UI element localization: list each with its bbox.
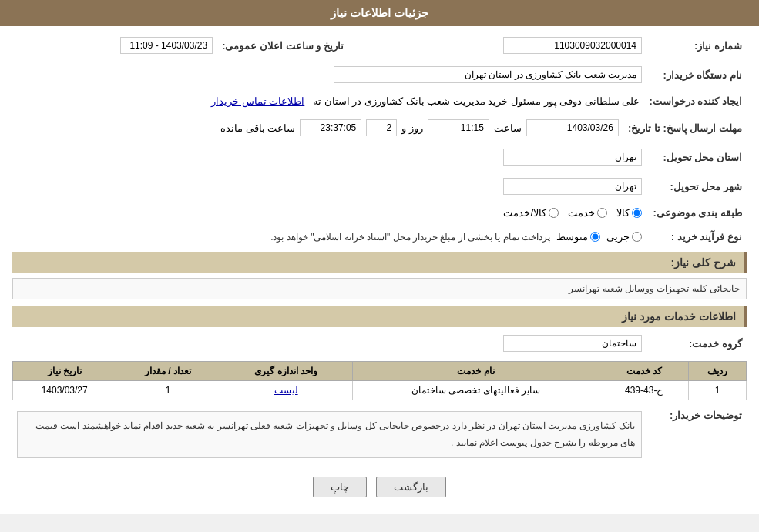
info-table-city: شهر محل تحویل: (12, 175, 747, 198)
buttons-row: بازگشت چاپ (12, 477, 747, 497)
print-button[interactable]: چاپ (313, 477, 367, 497)
announcement-date-value (12, 34, 217, 57)
cell-row-num: 1 (689, 381, 747, 400)
buyer-org-value (12, 63, 646, 86)
reply-time-label: ساعت (494, 122, 522, 134)
creator-text: علی سلطانی ذوقی پور مسئول خرید مدیریت شع… (313, 95, 640, 107)
col-unit: واحد اندازه گیری (220, 362, 352, 381)
need-description-box: جابجائی کلیه تجهیزات ووسایل شعبه تهرانسر (12, 278, 747, 299)
col-service-code: کد خدمت (599, 362, 689, 381)
category-khedmat[interactable]: خدمت (568, 207, 607, 219)
services-table: ردیف کد خدمت نام خدمت واحد اندازه گیری ت… (12, 361, 747, 400)
category-kala-khedmat[interactable]: کالا/خدمت (503, 207, 559, 219)
col-service-name: نام خدمت (352, 362, 599, 381)
service-group-input[interactable] (503, 335, 642, 352)
info-table-province: استان محل تحویل: (12, 146, 747, 169)
delivery-province-value (12, 146, 646, 169)
buyer-notes-label: توضیحات خریدار: (646, 405, 747, 467)
category-khedmat-radio[interactable] (597, 208, 607, 218)
reply-deadline-value: ساعت روز و ساعت باقی مانده (12, 116, 623, 139)
purchase-type-jozei-radio[interactable] (632, 232, 642, 242)
cell-need-date: 1403/03/27 (13, 381, 116, 400)
delivery-province-label: استان محل تحویل: (646, 146, 747, 169)
buyer-notes-value: بانک کشاورزی مدیریت استان تهران در نظر د… (12, 405, 646, 467)
cell-service-name: سایر فعالیتهای تخصصی ساختمان (352, 381, 599, 400)
announcement-date-input[interactable] (120, 37, 213, 54)
delivery-city-value (12, 175, 646, 198)
services-section-label: اطلاعات خدمات مورد نیاز (622, 310, 736, 323)
page-header: جزئیات اطلاعات نیاز (0, 0, 759, 26)
category-kala-radio[interactable] (632, 208, 642, 218)
purchase-type-jozei[interactable]: جزیی (606, 231, 642, 243)
cell-quantity: 1 (116, 381, 220, 400)
back-button[interactable]: بازگشت (376, 477, 446, 497)
need-number-label: شماره نیاز: (646, 34, 747, 57)
creator-value: علی سلطانی ذوقی پور مسئول خرید مدیریت شع… (12, 92, 644, 110)
contact-link[interactable]: اطلاعات تماس خریدار (211, 95, 304, 107)
reply-remaining-label: ساعت باقی مانده (220, 122, 295, 134)
service-group-label: گروه خدمت: (646, 332, 747, 355)
info-table-deadline: مهلت ارسال پاسخ: تا تاریخ: ساعت روز و سا… (12, 116, 747, 139)
reply-time-input[interactable] (428, 119, 489, 136)
creator-label: ایجاد کننده درخواست: (644, 92, 747, 110)
delivery-province-input[interactable] (503, 149, 642, 166)
need-description-label: شرح کلی نیاز: (671, 256, 736, 269)
info-table-org: نام دستگاه خریدار: (12, 63, 747, 86)
delivery-city-input[interactable] (503, 178, 642, 195)
need-number-value (348, 34, 646, 57)
category-kala[interactable]: کالا (616, 207, 642, 219)
need-description-value: جابجائی کلیه تجهیزات ووسایل شعبه تهرانسر (569, 283, 740, 294)
reply-days-label: روز و (401, 122, 423, 134)
need-number-input[interactable] (503, 37, 642, 54)
buyer-notes-box: بانک کشاورزی مدیریت استان تهران در نظر د… (17, 411, 642, 458)
buyer-org-label: نام دستگاه خریدار: (646, 63, 747, 86)
info-table-category: طبقه بندی موضوعی: کالا خدمت کالا/خدمت (12, 204, 747, 222)
info-table-top: شماره نیاز: تاریخ و ساعت اعلان عمومی: (12, 34, 747, 57)
reply-remaining-input[interactable] (300, 119, 361, 136)
purchase-type-options: جزیی متوسط پرداخت تمام یا بخشی از مبلغ خ… (12, 228, 646, 246)
cell-unit[interactable]: لیست (220, 381, 352, 400)
purchase-note: پرداخت تمام یا بخشی از مبلغ خریداز محل "… (270, 232, 550, 243)
category-kala-khedmat-radio[interactable] (549, 208, 559, 218)
col-quantity: تعداد / مقدار (116, 362, 220, 381)
category-label: طبقه بندی موضوعی: (646, 204, 747, 222)
purchase-type-motavasset-radio[interactable] (590, 232, 600, 242)
info-table-creator: ایجاد کننده درخواست: علی سلطانی ذوقی پور… (12, 92, 747, 110)
reply-date-input[interactable] (526, 119, 619, 136)
category-options: کالا خدمت کالا/خدمت (12, 204, 646, 222)
announcement-date-label: تاریخ و ساعت اعلان عمومی: (217, 34, 348, 57)
purchase-type-motavasset[interactable]: متوسط (556, 231, 600, 243)
info-table-purchase-type: نوع فرآیند خرید : جزیی متوسط پرداخت تمام… (12, 228, 747, 246)
col-row-num: ردیف (689, 362, 747, 381)
table-row: 1 ج-43-439 سایر فعالیتهای تخصصی ساختمان … (13, 381, 747, 400)
cell-service-code: ج-43-439 (599, 381, 689, 400)
services-section-header: اطلاعات خدمات مورد نیاز (12, 306, 747, 327)
info-table-notes: توضیحات خریدار: بانک کشاورزی مدیریت استا… (12, 405, 747, 467)
col-need-date: تاریخ نیاز (13, 362, 116, 381)
page-title: جزئیات اطلاعات نیاز (331, 6, 428, 19)
main-content: شماره نیاز: تاریخ و ساعت اعلان عمومی: نا… (0, 26, 759, 514)
buyer-org-input[interactable] (334, 66, 642, 83)
reply-deadline-label: مهلت ارسال پاسخ: تا تاریخ: (623, 116, 747, 139)
info-table-service-group: گروه خدمت: (12, 332, 747, 355)
delivery-city-label: شهر محل تحویل: (646, 175, 747, 198)
need-description-header: شرح کلی نیاز: (12, 252, 747, 273)
service-group-value (12, 332, 646, 355)
reply-days-input[interactable] (366, 119, 397, 136)
purchase-type-label: نوع فرآیند خرید : (646, 228, 747, 246)
page-container: جزئیات اطلاعات نیاز شماره نیاز: تاریخ و … (0, 0, 759, 514)
